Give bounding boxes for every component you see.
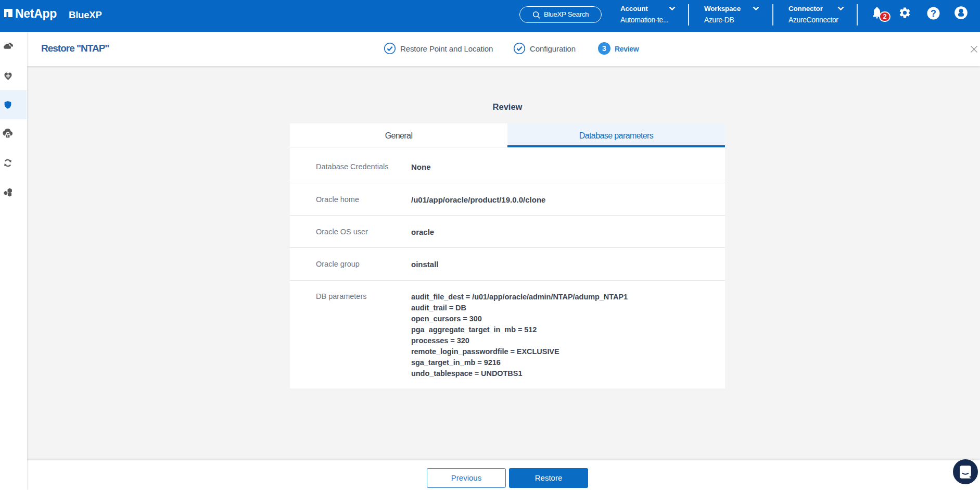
svg-text:?: ? <box>931 8 936 19</box>
